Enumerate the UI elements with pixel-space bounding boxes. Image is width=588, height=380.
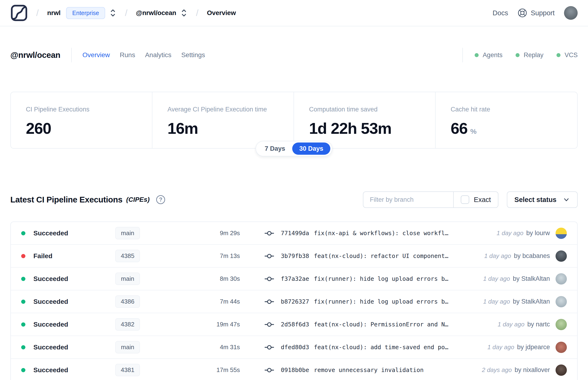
status-filter-dropdown[interactable]: Select status <box>507 191 578 208</box>
org-switcher-chevron-icon[interactable] <box>109 8 116 18</box>
support-label: Support <box>531 9 555 17</box>
status-dot <box>21 254 25 258</box>
exact-checkbox[interactable] <box>461 195 469 204</box>
green-dot-icon <box>515 53 520 57</box>
branch-cell: main <box>102 272 153 285</box>
commit-cell: 771499da fix(nx-api & workflows): close … <box>264 228 448 238</box>
breadcrumb-org: nrwl Enterprise <box>47 7 117 19</box>
breadcrumb-separator: / <box>125 8 128 18</box>
git-commit-icon <box>264 274 274 284</box>
indicator-vcs[interactable]: VCS <box>556 52 578 59</box>
time-ago: 1 day ago <box>483 275 510 283</box>
cipe-row[interactable]: Succeeded main 8m 30s f37a32ae fix(runne… <box>11 267 577 290</box>
workspace-tabs: Overview Runs Analytics Settings <box>83 51 205 59</box>
tab-analytics[interactable]: Analytics <box>145 51 171 59</box>
branch-badge[interactable]: main <box>115 341 140 353</box>
time-ago: 2 days ago <box>482 366 512 374</box>
status-cell: Succeeded <box>21 321 102 328</box>
tab-overview[interactable]: Overview <box>83 51 110 59</box>
duration-cell: 8m 30s <box>153 275 240 283</box>
commit-hash: 2d58f6d3 <box>281 321 309 328</box>
workspace-switcher-chevron-icon[interactable] <box>180 8 188 18</box>
status-cell: Succeeded <box>21 343 102 351</box>
cipe-row[interactable]: Succeeded 4382 19m 47s 2d58f6d3 feat(nx-… <box>11 313 577 336</box>
author-avatar <box>555 273 567 285</box>
stats-cards: CI Pipeline Executions 260 Average CI Pi… <box>10 92 578 149</box>
status-label: Succeeded <box>33 229 68 237</box>
commit-hash: f37a32ae <box>281 275 309 282</box>
stat-label: Computation time saved <box>309 106 435 113</box>
docs-link[interactable]: Docs <box>493 9 508 17</box>
branch-cell: main <box>102 227 153 239</box>
time-ago: 1 day ago <box>484 252 511 260</box>
author: by nartc <box>527 321 550 328</box>
indicator-agents[interactable]: Agents <box>475 52 502 59</box>
meta-cell: 1 day ago by nartc <box>498 319 567 330</box>
status-label: Succeeded <box>33 343 68 351</box>
author-avatar <box>555 342 567 353</box>
time-ago: 1 day ago <box>483 298 510 305</box>
commit-hash: 771499da <box>281 230 309 237</box>
cipe-row[interactable]: Succeeded 4381 17m 55s 0918b0be remove u… <box>11 359 577 380</box>
branch-badge[interactable]: 4386 <box>115 295 140 308</box>
commit-hash: 0918b0be <box>281 367 309 373</box>
breadcrumb-separator: / <box>196 8 199 18</box>
author: by jdpearce <box>517 343 550 351</box>
feature-indicators: Agents Replay VCS <box>475 52 578 59</box>
branch-badge[interactable]: 4382 <box>115 318 140 331</box>
branch-badge[interactable]: 4381 <box>115 364 140 376</box>
author: by lourw <box>526 229 550 237</box>
author-avatar <box>555 319 567 330</box>
stat-label: Cache hit rate <box>451 106 577 113</box>
stat-suffix: % <box>470 128 477 135</box>
branch-badge[interactable]: main <box>115 272 140 285</box>
commit-message: feat(nx-cloud): PermissionError and N… <box>314 321 448 328</box>
time-ago: 1 day ago <box>498 321 525 328</box>
git-commit-icon <box>264 365 274 375</box>
cipe-row[interactable]: Succeeded 4386 7m 44s b8726327 fix(runne… <box>11 290 577 313</box>
status-dot <box>21 300 25 304</box>
range-30-days[interactable]: 30 Days <box>292 143 330 155</box>
branch-filter-input[interactable] <box>363 196 453 203</box>
stat-label: CI Pipeline Executions <box>26 106 152 113</box>
status-label: Succeeded <box>33 321 68 328</box>
breadcrumb-page: Overview <box>207 9 236 17</box>
author-avatar <box>555 250 567 262</box>
branch-badge[interactable]: 4385 <box>115 250 140 262</box>
date-range-toggle: 7 Days 30 Days <box>255 141 332 156</box>
support-link[interactable]: Support <box>517 8 555 18</box>
range-7-days[interactable]: 7 Days <box>258 143 292 155</box>
indicator-replay[interactable]: Replay <box>515 52 543 59</box>
time-ago: 1 day ago <box>487 343 514 351</box>
branch-badge[interactable]: main <box>115 227 140 239</box>
org-name: nrwl <box>47 9 61 17</box>
breadcrumb-separator: / <box>36 8 39 18</box>
cipe-row[interactable]: Succeeded main 9m 29s 771499da fix(nx-ap… <box>11 222 577 245</box>
commit-message: fix(runner): hide log upload errors b… <box>314 298 448 305</box>
duration-cell: 4m 31s <box>153 343 240 351</box>
cipe-row[interactable]: Failed 4385 7m 13s 3b79fb38 feat(nx-clou… <box>11 245 577 267</box>
workspace-name: @nrwl/ocean <box>136 9 176 17</box>
help-icon[interactable]: ? <box>156 195 165 204</box>
stats-section: CI Pipeline Executions 260 Average CI Pi… <box>10 92 578 149</box>
stat-card-ci-pipeline-executions: CI Pipeline Executions 260 <box>11 92 152 148</box>
author: by StalkAltan <box>513 298 550 305</box>
commit-cell: 0918b0be remove unnecessary invalidation <box>264 365 424 375</box>
user-avatar[interactable] <box>564 6 578 20</box>
stat-label: Average CI Pipeline Execution time <box>168 106 294 113</box>
status-filter-label: Select status <box>514 196 556 204</box>
branch-cell: 4385 <box>102 250 153 262</box>
cipe-row[interactable]: Succeeded main 4m 31s dfed80d3 feat(nx-c… <box>11 336 577 359</box>
status-dot <box>21 231 25 235</box>
nx-cloud-logo-icon[interactable] <box>10 4 28 22</box>
tab-settings[interactable]: Settings <box>181 51 205 59</box>
commit-hash: 3b79fb38 <box>281 252 309 259</box>
stat-value: 66 <box>451 119 468 137</box>
chevron-down-icon <box>563 196 570 203</box>
duration-cell: 7m 13s <box>153 252 240 260</box>
indicator-label: VCS <box>565 52 578 59</box>
tab-runs[interactable]: Runs <box>120 51 135 59</box>
cipe-list: Succeeded main 9m 29s 771499da fix(nx-ap… <box>10 222 578 380</box>
stat-card-cache-hit-rate: Cache hit rate 66% <box>436 92 577 148</box>
meta-cell: 1 day ago by lourw <box>496 228 567 239</box>
